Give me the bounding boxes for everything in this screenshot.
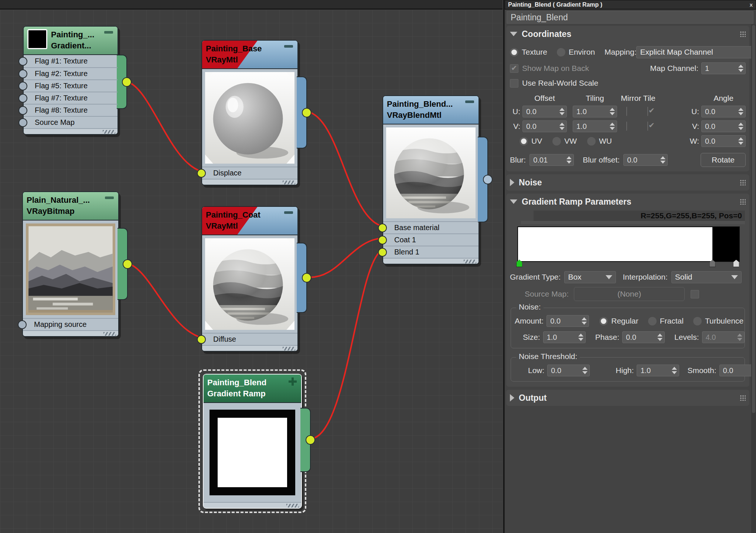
tiling-u-spinner[interactable]: 1.0	[573, 106, 617, 117]
minimize-icon[interactable]	[105, 197, 114, 199]
spinner-arrows-icon[interactable]	[610, 123, 615, 130]
node-resize-handle[interactable]	[202, 179, 297, 185]
blur-offset-spinner[interactable]: 0.0	[623, 154, 668, 166]
rollout-header[interactable]: Noise	[510, 177, 746, 188]
angle-v-spinner[interactable]: 0.0	[701, 120, 746, 132]
tile-v-checkbox[interactable]	[647, 122, 648, 131]
source-map-enable-checkbox[interactable]	[691, 290, 699, 298]
spinner-arrows-icon[interactable]	[738, 108, 743, 115]
close-icon[interactable]: x	[750, 2, 753, 7]
rotate-button[interactable]: Rotate	[701, 153, 746, 167]
input-socket[interactable]	[197, 335, 206, 344]
regular-radio[interactable]	[599, 317, 608, 325]
blur-spinner[interactable]: 0.01	[529, 154, 574, 166]
node-header[interactable]: Painting_Blend Gradient Ramp	[204, 375, 301, 403]
spinner-arrows-icon[interactable]	[657, 334, 663, 341]
gradient-flag-marker[interactable]	[733, 260, 739, 267]
mirror-v-checkbox[interactable]	[626, 122, 627, 131]
node-resize-handle[interactable]	[383, 258, 479, 264]
node-header[interactable]: Painting_Base VRayMtl	[202, 41, 297, 69]
node-plain-natural-bitmap[interactable]: Plain_Natural_... VRayBitmap Mapping sou…	[22, 191, 119, 337]
gradient-flag-marker[interactable]	[709, 260, 716, 267]
tiling-v-spinner[interactable]: 1.0	[573, 120, 617, 132]
minimize-icon[interactable]	[284, 211, 293, 214]
gradient-type-dropdown[interactable]: Box	[564, 271, 616, 283]
spinner-arrows-icon[interactable]	[559, 108, 565, 115]
vw-radio[interactable]	[552, 137, 561, 146]
node-resize-handle[interactable]	[204, 502, 301, 508]
minimize-icon[interactable]	[465, 100, 474, 103]
spinner-arrows-icon[interactable]	[559, 123, 565, 130]
collapse-arrow-icon[interactable]	[510, 32, 517, 36]
spinner-arrows-icon[interactable]	[610, 108, 615, 115]
gradient-ramp-strip[interactable]	[517, 226, 740, 262]
texture-radio[interactable]	[510, 48, 518, 57]
drag-handle-icon[interactable]	[740, 31, 746, 37]
spinner-arrows-icon[interactable]	[738, 65, 743, 72]
node-resize-handle[interactable]	[24, 128, 118, 134]
mapping-dropdown[interactable]: Explicit Map Channel	[636, 46, 756, 58]
node-header[interactable]: Painting_... Gradient...	[24, 27, 118, 55]
node-painting-blend-mtl[interactable]: Painting_Blend... VRayBlendMtl	[382, 95, 479, 264]
spinner-arrows-icon[interactable]	[660, 156, 665, 164]
mirror-u-checkbox[interactable]	[626, 107, 627, 116]
material-name-input[interactable]	[507, 11, 753, 24]
output-socket[interactable]	[302, 108, 311, 117]
fractal-radio[interactable]	[648, 317, 657, 325]
input-socket[interactable]	[18, 69, 27, 78]
collapse-arrow-icon[interactable]	[510, 394, 514, 402]
spinner-arrows-icon[interactable]	[672, 367, 677, 374]
drag-handle-icon[interactable]	[740, 180, 746, 185]
collapse-arrow-icon[interactable]	[510, 179, 514, 186]
minimize-icon[interactable]	[104, 31, 113, 34]
source-map-button[interactable]: (None)	[574, 287, 685, 301]
environ-radio[interactable]	[557, 48, 565, 57]
input-socket[interactable]	[18, 82, 27, 90]
output-socket[interactable]	[123, 259, 132, 269]
output-socket[interactable]	[483, 175, 493, 184]
collapse-arrow-icon[interactable]	[510, 199, 517, 204]
drag-handle-icon[interactable]	[740, 395, 746, 401]
spinner-arrows-icon[interactable]	[566, 156, 572, 164]
node-header[interactable]: Painting_Blend... VRayBlendMtl	[383, 96, 479, 124]
input-socket[interactable]	[197, 169, 206, 178]
rollout-header[interactable]: Output	[510, 392, 746, 404]
expand-icon[interactable]	[289, 377, 297, 386]
scrollbar-thumb[interactable]	[752, 25, 755, 413]
panel-scrollbar[interactable]	[751, 24, 756, 533]
interpolation-dropdown[interactable]: Solid	[671, 271, 742, 283]
turbulence-radio[interactable]	[693, 317, 702, 325]
node-resize-handle[interactable]	[202, 345, 297, 351]
drag-handle-icon[interactable]	[740, 199, 746, 205]
smooth-spinner[interactable]: 0.0	[719, 365, 756, 376]
angle-u-spinner[interactable]: 0.0	[701, 106, 746, 117]
node-resize-handle[interactable]	[23, 330, 118, 336]
offset-v-spinner[interactable]: 0.0	[522, 120, 567, 132]
rollout-header[interactable]: Coordinates	[510, 28, 746, 40]
high-spinner[interactable]: 1.0	[637, 365, 679, 376]
node-header[interactable]: Plain_Natural_... VRayBitmap	[23, 192, 118, 221]
size-spinner[interactable]: 1.0	[543, 331, 586, 343]
offset-u-spinner[interactable]: 0.0	[522, 106, 567, 117]
spinner-arrows-icon[interactable]	[738, 137, 743, 145]
amount-spinner[interactable]: 0.0	[546, 315, 589, 327]
node-painting-coat[interactable]: Painting_Coat VRayMtl	[201, 206, 298, 352]
show-map-on-back-checkbox[interactable]	[510, 64, 518, 73]
input-socket[interactable]	[18, 94, 27, 103]
tile-u-checkbox[interactable]	[647, 107, 648, 116]
spinner-arrows-icon[interactable]	[578, 334, 583, 341]
output-socket[interactable]	[306, 435, 315, 445]
levels-spinner[interactable]: 4.0	[702, 331, 745, 343]
input-socket[interactable]	[18, 106, 27, 115]
node-header[interactable]: Painting_Coat VRayMtl	[202, 207, 297, 235]
rollout-header[interactable]: Gradient Ramp Parameters	[510, 196, 746, 208]
output-socket[interactable]	[302, 273, 311, 283]
input-socket[interactable]	[18, 118, 27, 127]
node-painting-gradient-flags[interactable]: Painting_... Gradient... Flag #1: Textur…	[23, 26, 118, 135]
spinner-arrows-icon[interactable]	[582, 367, 588, 374]
phase-spinner[interactable]: 0.0	[622, 331, 665, 343]
uv-radio[interactable]	[520, 137, 528, 146]
minimize-icon[interactable]	[284, 45, 293, 48]
gradient-flag-marker-selected[interactable]	[516, 260, 522, 267]
low-spinner[interactable]: 0.0	[547, 365, 590, 376]
